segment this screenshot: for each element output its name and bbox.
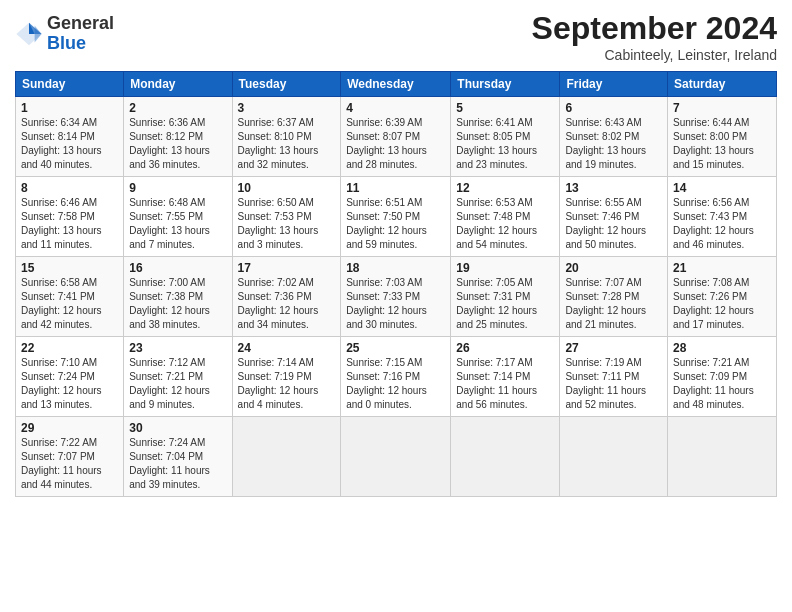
table-row: 23 Sunrise: 7:12 AM Sunset: 7:21 PM Dayl…: [124, 337, 232, 417]
day-info: Sunrise: 6:39 AM Sunset: 8:07 PM Dayligh…: [346, 116, 445, 172]
day-number: 3: [238, 101, 336, 115]
day-info: Sunrise: 6:50 AM Sunset: 7:53 PM Dayligh…: [238, 196, 336, 252]
day-info: Sunrise: 6:36 AM Sunset: 8:12 PM Dayligh…: [129, 116, 226, 172]
day-info: Sunrise: 7:22 AM Sunset: 7:07 PM Dayligh…: [21, 436, 118, 492]
table-row: 5 Sunrise: 6:41 AM Sunset: 8:05 PM Dayli…: [451, 97, 560, 177]
day-info: Sunrise: 7:24 AM Sunset: 7:04 PM Dayligh…: [129, 436, 226, 492]
day-number: 5: [456, 101, 554, 115]
table-row: 22 Sunrise: 7:10 AM Sunset: 7:24 PM Dayl…: [16, 337, 124, 417]
header: General Blue September 2024 Cabinteely, …: [15, 10, 777, 63]
day-info: Sunrise: 6:51 AM Sunset: 7:50 PM Dayligh…: [346, 196, 445, 252]
col-tuesday: Tuesday: [232, 72, 341, 97]
table-row: 19 Sunrise: 7:05 AM Sunset: 7:31 PM Dayl…: [451, 257, 560, 337]
table-row: 11 Sunrise: 6:51 AM Sunset: 7:50 PM Dayl…: [341, 177, 451, 257]
day-number: 26: [456, 341, 554, 355]
table-row: 18 Sunrise: 7:03 AM Sunset: 7:33 PM Dayl…: [341, 257, 451, 337]
table-row: 7 Sunrise: 6:44 AM Sunset: 8:00 PM Dayli…: [668, 97, 777, 177]
table-row: 8 Sunrise: 6:46 AM Sunset: 7:58 PM Dayli…: [16, 177, 124, 257]
day-info: Sunrise: 7:00 AM Sunset: 7:38 PM Dayligh…: [129, 276, 226, 332]
calendar-table: Sunday Monday Tuesday Wednesday Thursday…: [15, 71, 777, 497]
table-row: 12 Sunrise: 6:53 AM Sunset: 7:48 PM Dayl…: [451, 177, 560, 257]
day-info: Sunrise: 7:17 AM Sunset: 7:14 PM Dayligh…: [456, 356, 554, 412]
title-block: September 2024 Cabinteely, Leinster, Ire…: [532, 10, 777, 63]
day-info: Sunrise: 7:12 AM Sunset: 7:21 PM Dayligh…: [129, 356, 226, 412]
table-row: 16 Sunrise: 7:00 AM Sunset: 7:38 PM Dayl…: [124, 257, 232, 337]
day-number: 11: [346, 181, 445, 195]
day-info: Sunrise: 6:48 AM Sunset: 7:55 PM Dayligh…: [129, 196, 226, 252]
table-row: [668, 417, 777, 497]
table-row: 20 Sunrise: 7:07 AM Sunset: 7:28 PM Dayl…: [560, 257, 668, 337]
table-row: 4 Sunrise: 6:39 AM Sunset: 8:07 PM Dayli…: [341, 97, 451, 177]
day-info: Sunrise: 7:10 AM Sunset: 7:24 PM Dayligh…: [21, 356, 118, 412]
day-number: 19: [456, 261, 554, 275]
table-row: 28 Sunrise: 7:21 AM Sunset: 7:09 PM Dayl…: [668, 337, 777, 417]
table-row: 13 Sunrise: 6:55 AM Sunset: 7:46 PM Dayl…: [560, 177, 668, 257]
day-number: 21: [673, 261, 771, 275]
calendar-week-row: 22 Sunrise: 7:10 AM Sunset: 7:24 PM Dayl…: [16, 337, 777, 417]
day-number: 1: [21, 101, 118, 115]
day-info: Sunrise: 6:34 AM Sunset: 8:14 PM Dayligh…: [21, 116, 118, 172]
day-number: 29: [21, 421, 118, 435]
day-number: 10: [238, 181, 336, 195]
table-row: 21 Sunrise: 7:08 AM Sunset: 7:26 PM Dayl…: [668, 257, 777, 337]
day-info: Sunrise: 7:15 AM Sunset: 7:16 PM Dayligh…: [346, 356, 445, 412]
day-info: Sunrise: 6:46 AM Sunset: 7:58 PM Dayligh…: [21, 196, 118, 252]
day-number: 20: [565, 261, 662, 275]
table-row: [232, 417, 341, 497]
day-info: Sunrise: 7:03 AM Sunset: 7:33 PM Dayligh…: [346, 276, 445, 332]
table-row: 15 Sunrise: 6:58 AM Sunset: 7:41 PM Dayl…: [16, 257, 124, 337]
day-info: Sunrise: 7:21 AM Sunset: 7:09 PM Dayligh…: [673, 356, 771, 412]
calendar-week-row: 1 Sunrise: 6:34 AM Sunset: 8:14 PM Dayli…: [16, 97, 777, 177]
day-info: Sunrise: 6:37 AM Sunset: 8:10 PM Dayligh…: [238, 116, 336, 172]
day-number: 9: [129, 181, 226, 195]
day-number: 30: [129, 421, 226, 435]
logo: General Blue: [15, 14, 114, 54]
table-row: 10 Sunrise: 6:50 AM Sunset: 7:53 PM Dayl…: [232, 177, 341, 257]
table-row: [451, 417, 560, 497]
day-info: Sunrise: 7:14 AM Sunset: 7:19 PM Dayligh…: [238, 356, 336, 412]
col-thursday: Thursday: [451, 72, 560, 97]
calendar-header-row: Sunday Monday Tuesday Wednesday Thursday…: [16, 72, 777, 97]
day-number: 24: [238, 341, 336, 355]
day-number: 6: [565, 101, 662, 115]
day-info: Sunrise: 6:56 AM Sunset: 7:43 PM Dayligh…: [673, 196, 771, 252]
logo-icon: [15, 20, 43, 48]
table-row: 14 Sunrise: 6:56 AM Sunset: 7:43 PM Dayl…: [668, 177, 777, 257]
day-info: Sunrise: 7:02 AM Sunset: 7:36 PM Dayligh…: [238, 276, 336, 332]
day-info: Sunrise: 6:55 AM Sunset: 7:46 PM Dayligh…: [565, 196, 662, 252]
table-row: 1 Sunrise: 6:34 AM Sunset: 8:14 PM Dayli…: [16, 97, 124, 177]
day-number: 17: [238, 261, 336, 275]
day-number: 14: [673, 181, 771, 195]
table-row: 17 Sunrise: 7:02 AM Sunset: 7:36 PM Dayl…: [232, 257, 341, 337]
day-number: 7: [673, 101, 771, 115]
day-number: 13: [565, 181, 662, 195]
calendar-week-row: 15 Sunrise: 6:58 AM Sunset: 7:41 PM Dayl…: [16, 257, 777, 337]
day-number: 28: [673, 341, 771, 355]
table-row: [560, 417, 668, 497]
table-row: 25 Sunrise: 7:15 AM Sunset: 7:16 PM Dayl…: [341, 337, 451, 417]
day-info: Sunrise: 6:53 AM Sunset: 7:48 PM Dayligh…: [456, 196, 554, 252]
day-info: Sunrise: 7:19 AM Sunset: 7:11 PM Dayligh…: [565, 356, 662, 412]
day-number: 18: [346, 261, 445, 275]
col-monday: Monday: [124, 72, 232, 97]
table-row: 30 Sunrise: 7:24 AM Sunset: 7:04 PM Dayl…: [124, 417, 232, 497]
month-title: September 2024: [532, 10, 777, 47]
table-row: 24 Sunrise: 7:14 AM Sunset: 7:19 PM Dayl…: [232, 337, 341, 417]
day-info: Sunrise: 6:58 AM Sunset: 7:41 PM Dayligh…: [21, 276, 118, 332]
day-info: Sunrise: 6:41 AM Sunset: 8:05 PM Dayligh…: [456, 116, 554, 172]
day-info: Sunrise: 7:07 AM Sunset: 7:28 PM Dayligh…: [565, 276, 662, 332]
day-number: 2: [129, 101, 226, 115]
day-number: 16: [129, 261, 226, 275]
day-number: 23: [129, 341, 226, 355]
day-info: Sunrise: 7:05 AM Sunset: 7:31 PM Dayligh…: [456, 276, 554, 332]
col-sunday: Sunday: [16, 72, 124, 97]
table-row: 6 Sunrise: 6:43 AM Sunset: 8:02 PM Dayli…: [560, 97, 668, 177]
day-number: 15: [21, 261, 118, 275]
table-row: 2 Sunrise: 6:36 AM Sunset: 8:12 PM Dayli…: [124, 97, 232, 177]
day-info: Sunrise: 7:08 AM Sunset: 7:26 PM Dayligh…: [673, 276, 771, 332]
day-number: 8: [21, 181, 118, 195]
table-row: [341, 417, 451, 497]
day-number: 25: [346, 341, 445, 355]
subtitle: Cabinteely, Leinster, Ireland: [532, 47, 777, 63]
table-row: 27 Sunrise: 7:19 AM Sunset: 7:11 PM Dayl…: [560, 337, 668, 417]
